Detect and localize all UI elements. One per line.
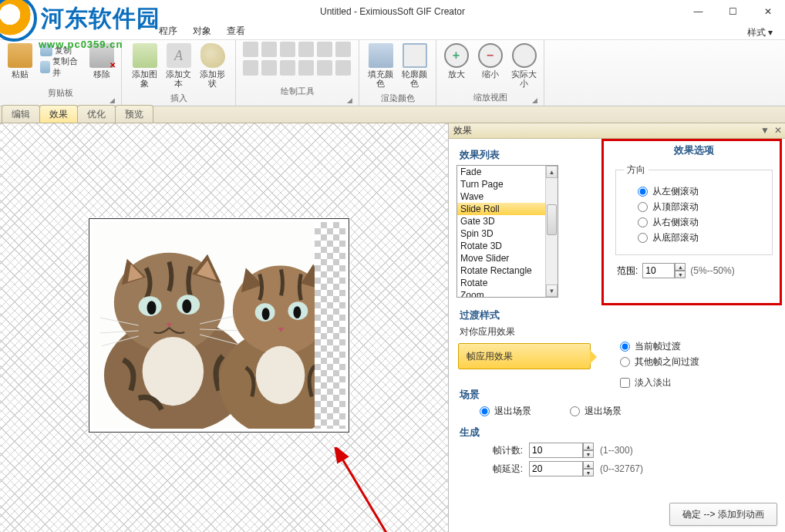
svg-point-10	[147, 301, 157, 315]
radio-exit-scene-2[interactable]: 退出场景	[570, 405, 622, 418]
menu-program[interactable]: 程序	[153, 23, 184, 39]
tool-rect-icon[interactable]	[335, 60, 351, 76]
radio-from-left[interactable]: 从左侧滚动	[638, 185, 764, 198]
frame-count-input[interactable]	[529, 443, 583, 458]
clipboard-launcher-icon[interactable]: ◢	[109, 96, 115, 104]
merge-icon	[40, 61, 51, 73]
tool-text-icon[interactable]	[317, 42, 332, 57]
list-item[interactable]: Rotate Rectangle	[457, 264, 558, 277]
tool-crop-icon[interactable]	[335, 42, 351, 57]
zoom-in-button[interactable]: 放大	[440, 42, 473, 80]
delete-icon	[89, 43, 114, 68]
add-image-button[interactable]: 添加图象	[129, 42, 161, 89]
group-clipboard-title: 剪贴板	[5, 87, 116, 100]
tool-lasso-icon[interactable]	[280, 42, 295, 57]
list-item[interactable]: Turn Page	[457, 178, 558, 190]
group-zoom-title: 缩放视图	[441, 92, 539, 105]
minimize-button[interactable]: —	[681, 0, 716, 23]
paste-button[interactable]: 粘贴	[4, 42, 36, 80]
radio-from-right[interactable]: 从右侧滚动	[638, 216, 764, 229]
tab-edit[interactable]: 编辑	[2, 105, 40, 123]
stroke-color-button[interactable]: 轮廓颜色	[399, 42, 431, 89]
group-insert-title: 插入	[126, 93, 231, 106]
scroll-down-icon[interactable]: ▼	[546, 285, 558, 297]
transition-title: 过渡样式	[460, 308, 777, 322]
zoom-in-icon	[444, 43, 469, 68]
list-item[interactable]: Fade	[457, 166, 558, 178]
canvas-frame[interactable]	[89, 218, 349, 433]
frame-delay-spinner[interactable]: ▲▼	[529, 461, 594, 476]
apply-label: 对你应用效果	[460, 325, 777, 338]
zoom-out-button[interactable]: 缩小	[474, 42, 507, 80]
tool-brush-icon[interactable]	[243, 60, 258, 76]
close-button[interactable]: ✕	[750, 0, 785, 23]
list-item[interactable]: Zoom	[457, 289, 558, 298]
group-drawtools-title: 绘制工具	[241, 86, 354, 99]
fill-color-button[interactable]: 填充颜色	[365, 42, 397, 89]
radio-exit-scene-1[interactable]: 退出场景	[480, 405, 531, 418]
zoom-launcher-icon[interactable]: ◢	[532, 96, 537, 104]
tool-line-icon[interactable]	[317, 60, 332, 76]
apply-effect-button[interactable]: 帧应用效果	[458, 343, 591, 369]
list-item[interactable]: Spin 3D	[457, 227, 558, 240]
radio-from-top[interactable]: 从顶部滚动	[638, 200, 764, 214]
add-shape-button[interactable]: 添加形状	[197, 42, 229, 89]
window-title: Untitled - EximiousSoft GIF Creator	[320, 6, 465, 17]
panel-close-icon[interactable]: ✕	[774, 125, 782, 136]
confirm-add-button[interactable]: 确定 --> 添加到动画	[669, 503, 777, 526]
scroll-thumb[interactable]	[547, 204, 557, 235]
spin-down-icon[interactable]: ▼	[583, 469, 594, 476]
canvas-area[interactable]	[0, 123, 449, 532]
copy-merge-button[interactable]: 复制合并	[38, 59, 84, 76]
tab-effect[interactable]: 效果	[39, 105, 78, 123]
listbox-scrollbar[interactable]: ▲ ▼	[545, 166, 558, 297]
tool-wand-icon[interactable]	[298, 42, 314, 57]
list-item[interactable]: Move Slider	[457, 252, 558, 264]
tab-optimize[interactable]: 优化	[77, 105, 116, 123]
spin-up-icon[interactable]: ▲	[583, 461, 594, 469]
menu-view[interactable]: 查看	[221, 23, 251, 39]
radio-from-bottom[interactable]: 从底部滚动	[638, 231, 764, 244]
range-spinner[interactable]: ▲▼	[642, 263, 686, 278]
spin-up-icon[interactable]: ▲	[675, 263, 686, 271]
tool-select-icon[interactable]	[261, 42, 277, 57]
range-input[interactable]	[642, 263, 675, 278]
list-item[interactable]: Wave	[457, 190, 558, 203]
list-item[interactable]: Rotate	[457, 277, 558, 289]
spin-down-icon[interactable]: ▼	[583, 450, 594, 458]
frame-delay-input[interactable]	[529, 461, 583, 476]
tool-pointer-icon[interactable]	[243, 42, 258, 57]
svg-line-29	[341, 456, 432, 532]
shape-icon	[200, 43, 225, 68]
menu-object[interactable]: 对象	[187, 23, 217, 39]
maximize-button[interactable]: ☐	[716, 0, 750, 23]
list-item-selected[interactable]: Slide Roll	[457, 203, 558, 215]
spin-down-icon[interactable]: ▼	[675, 271, 686, 278]
style-dropdown[interactable]: 样式 ▾	[741, 25, 779, 41]
radio-other-frames[interactable]: 其他帧之间过渡	[620, 355, 699, 369]
drawtools-launcher-icon[interactable]: ◢	[347, 96, 352, 104]
frame-count-spinner[interactable]: ▲▼	[529, 443, 594, 458]
tab-preview[interactable]: 预览	[115, 105, 153, 123]
radio-current-frame[interactable]: 当前帧过渡	[620, 340, 699, 353]
delete-button[interactable]: 移除	[86, 42, 118, 80]
scroll-up-icon[interactable]: ▲	[546, 166, 558, 178]
app-icon	[6, 5, 19, 17]
list-item[interactable]: Rotate 3D	[457, 240, 558, 252]
svg-point-18	[143, 337, 204, 406]
list-item[interactable]: Gate 3D	[457, 215, 558, 227]
pen-icon	[403, 43, 427, 68]
range-label: 范围:	[617, 264, 638, 278]
spin-up-icon[interactable]: ▲	[583, 443, 594, 450]
frame-delay-hint: (0--32767)	[600, 463, 643, 474]
direction-legend: 方向	[624, 163, 649, 177]
panel-dropdown-icon[interactable]: ▼	[760, 125, 770, 136]
tool-eyedrop-icon[interactable]	[298, 60, 314, 76]
tool-eraser-icon[interactable]	[261, 60, 277, 76]
zoom-actual-button[interactable]: 实际大小	[508, 42, 541, 89]
svg-point-11	[182, 299, 191, 313]
checkbox-fade[interactable]: 淡入淡出	[620, 376, 699, 389]
add-text-button[interactable]: 添加文本	[163, 42, 195, 89]
tool-fill-icon[interactable]	[280, 60, 295, 76]
effect-listbox[interactable]: Fade Turn Page Wave Slide Roll Gate 3D S…	[457, 165, 558, 298]
